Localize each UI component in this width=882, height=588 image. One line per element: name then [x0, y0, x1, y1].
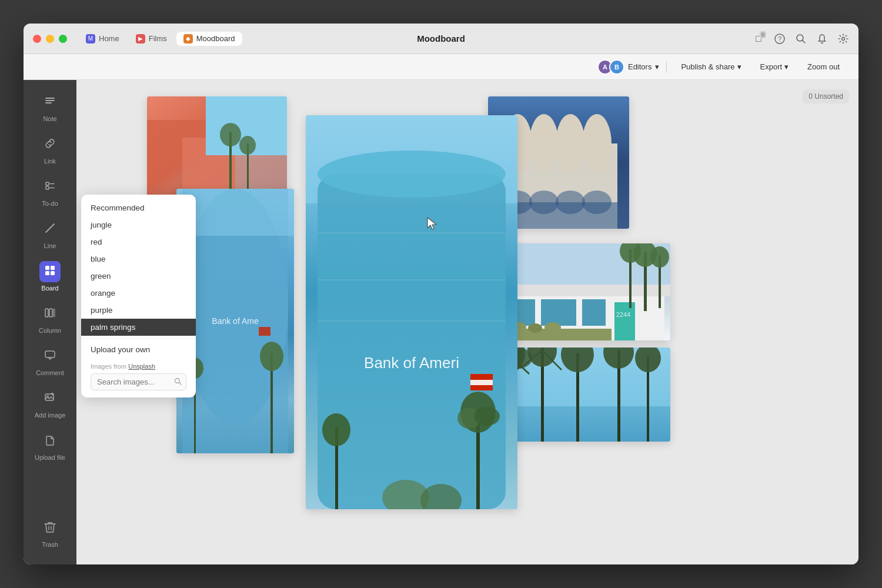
dropdown-item-palm-springs[interactable]: palm springs	[81, 319, 196, 336]
dropdown-item-jungle[interactable]: jungle	[81, 216, 196, 233]
export-button[interactable]: Export ▾	[753, 59, 796, 74]
editor-avatars: A B	[597, 59, 624, 75]
home-tab-icon: M	[86, 34, 95, 44]
svg-rect-67	[470, 385, 493, 390]
unsorted-badge[interactable]: 0 Unsorted	[803, 89, 849, 103]
canvas-image-bank-large[interactable]: Bank of Ameri	[306, 115, 517, 509]
svg-point-38	[529, 114, 559, 173]
svg-rect-10	[46, 186, 49, 189]
sidebar-item-add-image-label: Add image	[35, 412, 66, 419]
sidebar: Note Link	[24, 80, 76, 564]
sidebar-item-upload-file[interactable]: Upload file	[24, 426, 76, 466]
sidebar-item-note-label: Note	[43, 115, 56, 122]
svg-rect-82	[582, 299, 606, 326]
unsplash-link[interactable]: Unsplash	[128, 363, 155, 370]
publish-share-button[interactable]: Publish & share ▾	[674, 59, 748, 74]
svg-point-95	[544, 322, 561, 333]
avatar-2: B	[609, 59, 624, 75]
export-label: Export	[760, 62, 783, 71]
tab-films-label: Films	[149, 34, 167, 43]
sidebar-item-line-label: Line	[44, 242, 56, 249]
sidebar-item-comment[interactable]: Comment	[24, 341, 76, 381]
svg-point-39	[556, 114, 585, 173]
dropdown-item-orange[interactable]: orange	[81, 285, 196, 302]
dropdown-item-upload-your-own[interactable]: Upload your own	[81, 341, 196, 358]
traffic-lights	[33, 35, 67, 43]
mac-window: M Home ▶ Films ◆ Moodboard Moodboard □ 0…	[24, 24, 858, 564]
svg-rect-81	[541, 299, 576, 326]
svg-point-43	[529, 191, 559, 214]
svg-rect-15	[45, 271, 49, 275]
maximize-button[interactable]	[59, 35, 67, 43]
svg-line-12	[46, 224, 54, 232]
dropdown-item-purple[interactable]: purple	[81, 302, 196, 319]
svg-point-88	[650, 246, 669, 268]
dropdown-item-red[interactable]: red	[81, 233, 196, 250]
moodboard-tab-icon: ◆	[183, 34, 193, 44]
close-button[interactable]	[33, 35, 41, 43]
svg-rect-66	[470, 380, 493, 385]
svg-point-59	[318, 151, 506, 198]
zoom-out-button[interactable]: Zoom out	[800, 59, 847, 74]
svg-point-71	[474, 407, 500, 426]
sidebar-item-add-image[interactable]: Add image	[24, 383, 76, 423]
device-count: 0	[760, 31, 766, 38]
page-title: Moodboard	[417, 34, 465, 44]
svg-text:2244: 2244	[616, 311, 630, 318]
dropdown-item-blue[interactable]: blue	[81, 250, 196, 268]
svg-text:Bank of Ameri: Bank of Ameri	[364, 354, 459, 372]
svg-line-115	[179, 382, 182, 385]
sidebar-item-link-label: Link	[44, 158, 56, 165]
svg-rect-18	[49, 309, 52, 317]
dropdown-item-green[interactable]: green	[81, 268, 196, 285]
sidebar-item-todo[interactable]: To-do	[24, 172, 76, 212]
sidebar-item-todo-label: To-do	[42, 200, 58, 207]
search-icon[interactable]	[795, 33, 807, 45]
svg-rect-17	[45, 309, 48, 317]
minimize-button[interactable]	[46, 35, 54, 43]
canvas-area[interactable]: 0 Unsorted	[76, 80, 858, 564]
svg-line-3	[803, 40, 806, 43]
main-area: Note Link	[24, 80, 858, 564]
svg-point-94	[528, 323, 542, 333]
search-icon	[174, 377, 182, 387]
dropdown-item-recommended: Recommended	[81, 199, 196, 216]
sidebar-item-column-label: Column	[39, 327, 61, 334]
canvas-image-coral[interactable]	[147, 96, 287, 196]
tab-moodboard-label: Moodboard	[196, 34, 235, 43]
sidebar-item-note[interactable]: Note	[24, 87, 76, 127]
svg-point-44	[556, 191, 585, 214]
sidebar-item-link[interactable]: Link	[24, 129, 76, 169]
device-icon[interactable]: □ 0	[753, 33, 764, 45]
export-chevron-icon: ▾	[784, 62, 789, 71]
svg-rect-83	[614, 302, 635, 340]
tab-moodboard[interactable]: ◆ Moodboard	[176, 32, 242, 46]
search-images-input[interactable]	[91, 373, 186, 390]
search-input-wrap	[91, 373, 186, 390]
dropdown-footer: Images from Unsplash	[81, 358, 196, 393]
unsplash-label: Images from Unsplash	[91, 363, 186, 370]
editors-button[interactable]: A B Editors ▾	[597, 59, 659, 75]
tab-films[interactable]: ▶ Films	[129, 32, 174, 46]
dropdown-divider	[81, 338, 196, 339]
sidebar-item-upload-file-label: Upload file	[35, 454, 65, 461]
publish-chevron-icon: ▾	[737, 62, 741, 71]
help-icon[interactable]: ?	[774, 33, 786, 45]
tab-home-label: Home	[99, 34, 119, 43]
tabs-area: M Home ▶ Films ◆ Moodboard	[79, 32, 242, 46]
settings-icon[interactable]	[837, 33, 849, 45]
sidebar-item-board[interactable]: Board	[24, 256, 76, 296]
svg-rect-14	[51, 266, 55, 270]
sidebar-item-column[interactable]: Column	[24, 299, 76, 339]
films-tab-icon: ▶	[136, 34, 145, 44]
editors-chevron-icon: ▾	[655, 62, 659, 71]
svg-point-34	[239, 136, 256, 155]
svg-text:Bank of Ame: Bank of Ame	[212, 316, 259, 326]
secondary-toolbar: A B Editors ▾ Publish & share ▾ Export ▾…	[24, 54, 858, 80]
bell-icon[interactable]	[816, 33, 828, 45]
svg-point-73	[322, 413, 350, 446]
svg-point-32	[220, 123, 241, 146]
tab-home[interactable]: M Home	[79, 32, 126, 46]
sidebar-item-line[interactable]: Line	[24, 214, 76, 254]
sidebar-item-trash[interactable]: Trash	[24, 513, 76, 553]
